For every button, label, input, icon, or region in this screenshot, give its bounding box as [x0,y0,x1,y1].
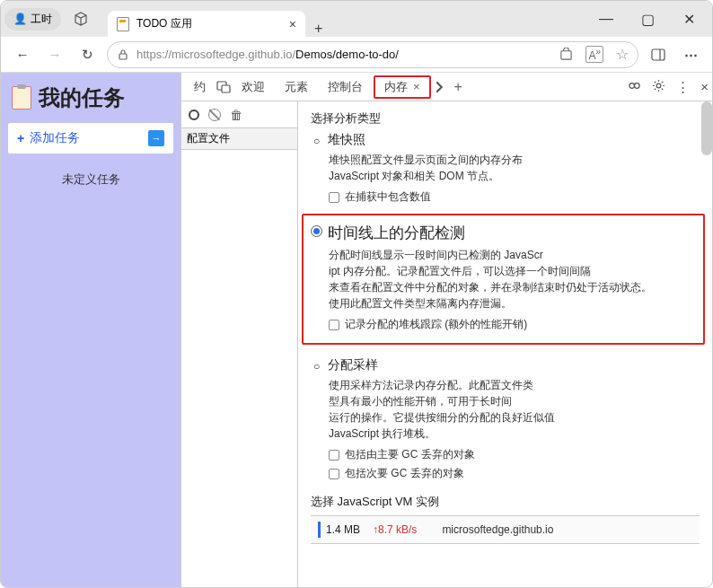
heap-cb-row[interactable]: 在捕获中包含数值 [311,189,700,205]
url-text: https://microsoftedge.github.io/Demos/de… [136,48,399,61]
radio-timeline[interactable] [311,225,322,237]
window-buttons: — ▢ ✕ [586,5,709,32]
undefined-tasks-label[interactable]: 未定义任务 [8,164,173,188]
reload-button[interactable]: ↻ [75,42,100,67]
add-tab-button[interactable]: + [447,79,470,95]
inspect-icon[interactable] [216,80,231,94]
option-allocation-sampling[interactable]: ○ 分配采样 使用采样方法记录内存分配。此配置文件类 型具有最小的性能开销，可用… [311,357,700,481]
checkbox-stack-trace[interactable] [329,320,339,330]
vm-rate: ↑8.7 kB/s [373,523,417,536]
tab-strip: TODO 应用 × + [101,1,583,37]
sampling-cb2-label: 包括次要 GC 丢弃的对象 [345,466,464,481]
url-box[interactable]: https://microsoftedge.github.io/Demos/de… [107,41,638,68]
arrow-icon: → [148,130,164,146]
checkbox-major-gc[interactable] [329,450,339,461]
vm-title: 选择 JavaScript VM 实例 [311,494,700,510]
vm-name: microsoftedge.github.io [429,523,553,536]
timeline-cb-row[interactable]: 记录分配的堆栈跟踪 (额外的性能开销) [311,317,696,332]
issues-icon[interactable] [628,79,641,92]
profiles-sidebar: 🗑 配置文件 [181,101,298,587]
heap-cb-label: 在捕获中包含数值 [345,189,431,205]
radio-sampling[interactable]: ○ [311,360,322,372]
page-favicon [117,17,129,31]
maximize-button[interactable]: ▢ [628,5,667,32]
vm-size: 1.4 MB [326,523,360,536]
tab-welcome[interactable]: 欢迎 [233,75,274,99]
tab-close-button[interactable]: × [289,17,296,31]
profiles-header: 配置文件 [181,128,297,150]
forward-button[interactable]: → [42,42,67,67]
sampling-desc: 使用采样方法记录内存分配。此配置文件类 型具有最小的性能开销，可用于长时间 运行… [311,377,700,442]
timeline-label: 时间线上的分配检测 [328,223,465,243]
browser-tab[interactable]: TODO 应用 × [108,11,305,37]
app-title-row: 我的任务 [8,83,173,112]
close-window-button[interactable]: ✕ [669,5,709,32]
plus-icon: + [17,131,24,145]
add-task-button[interactable]: + 添加任务 → [8,123,173,154]
svg-rect-5 [222,85,230,92]
settings-gear-icon[interactable] [652,79,665,92]
app-sidebar: 我的任务 + 添加任务 → 未定义任务 [1,73,180,587]
sampling-cb1-row[interactable]: 包括由主要 GC 丢弃的对象 [311,447,700,462]
vm-section: 选择 JavaScript VM 实例 1.4 MB ↑8.7 kB/s mic… [311,494,700,544]
checkbox-include-numeric[interactable] [329,192,339,203]
devtools-panel: 约 欢迎 元素 控制台 内存 × + ⋮ × 🗑 [180,73,712,587]
sampling-cb1-label: 包括由主要 GC 丢弃的对象 [345,447,475,462]
close-tab-icon[interactable]: × [413,80,420,93]
lock-icon [117,48,129,61]
svg-point-7 [635,83,640,88]
favorite-icon[interactable]: ☆ [616,46,629,63]
address-bar: ← → ↻ https://microsoftedge.github.io/De… [1,37,712,73]
minimize-button[interactable]: — [586,5,626,32]
back-button[interactable]: ← [10,42,35,67]
split-screen-button[interactable] [646,42,671,67]
profiles-toolbar: 🗑 [181,101,297,128]
option-allocation-timeline[interactable]: 时间线上的分配检测 分配时间线显示一段时间内已检测的 JavaScr ipt 内… [302,214,705,345]
checkbox-minor-gc[interactable] [329,469,339,479]
split-icon [651,48,665,62]
devtools-close-button[interactable]: × [700,79,709,95]
titlebar: 👤 工时 TODO 应用 × + — ▢ ✕ [1,1,712,37]
add-task-label: 添加任务 [30,130,80,146]
person-icon: 👤 [13,13,27,25]
vm-indicator-bar [318,522,321,538]
timeline-desc: 分配时间线显示一段时间内已检测的 JavaScr ipt 内存分配。记录配置文件… [311,247,696,312]
shopping-icon[interactable] [559,48,573,61]
sampling-label: 分配采样 [328,357,378,373]
clear-button[interactable] [208,109,221,121]
clipboard-icon [12,86,31,110]
new-tab-button[interactable]: + [305,21,331,37]
chevron-right-icon[interactable] [433,81,445,93]
gc-button[interactable]: 🗑 [230,108,242,122]
tab-memory[interactable]: 内存 × [374,75,431,99]
radio-heap[interactable]: ○ [311,135,322,146]
cube-icon [74,12,88,26]
workspace-button[interactable]: 👤 工时 [4,8,61,31]
svg-rect-2 [652,49,665,60]
sampling-cb2-row[interactable]: 包括次要 GC 丢弃的对象 [311,466,700,481]
tab-memory-label: 内存 [384,79,408,95]
record-button[interactable] [189,110,199,120]
vm-instance-row[interactable]: 1.4 MB ↑8.7 kB/s microsoftedge.github.io [311,515,700,544]
devtools-more-button[interactable]: ⋮ [676,79,690,95]
page-body: 我的任务 + 添加任务 → 未定义任务 约 欢迎 元素 控制台 内存 × + ⋮ [1,73,712,587]
devtools-body: 🗑 配置文件 选择分析类型 ○ 堆快照 堆快照配置文件显示页面之间的内存分布 J… [181,101,712,587]
svg-point-6 [629,83,635,88]
tab-overflow[interactable]: 约 [185,75,215,99]
tab-console[interactable]: 控制台 [319,75,372,99]
more-button[interactable]: ⋯ [678,42,703,67]
app-title: 我的任务 [39,83,125,112]
tab-title: TODO 应用 [136,16,192,31]
option-heap-snapshot[interactable]: ○ 堆快照 堆快照配置文件显示页面之间的内存分布 JavaScript 对象和相… [311,132,700,205]
memory-main-pane: 选择分析类型 ○ 堆快照 堆快照配置文件显示页面之间的内存分布 JavaScri… [298,101,712,587]
workspace-label: 工时 [31,12,52,27]
tab-elements[interactable]: 元素 [276,75,317,99]
svg-rect-1 [561,51,571,59]
timeline-cb-label: 记录分配的堆栈跟踪 (额外的性能开销) [345,317,527,332]
scrollbar-thumb[interactable] [701,101,712,155]
read-aloud-icon[interactable]: A» [585,46,603,63]
devtools-tabbar: 约 欢迎 元素 控制台 内存 × + ⋮ × [181,73,712,101]
collections-button[interactable] [65,8,97,30]
heap-label: 堆快照 [328,132,365,148]
svg-point-8 [656,83,661,88]
